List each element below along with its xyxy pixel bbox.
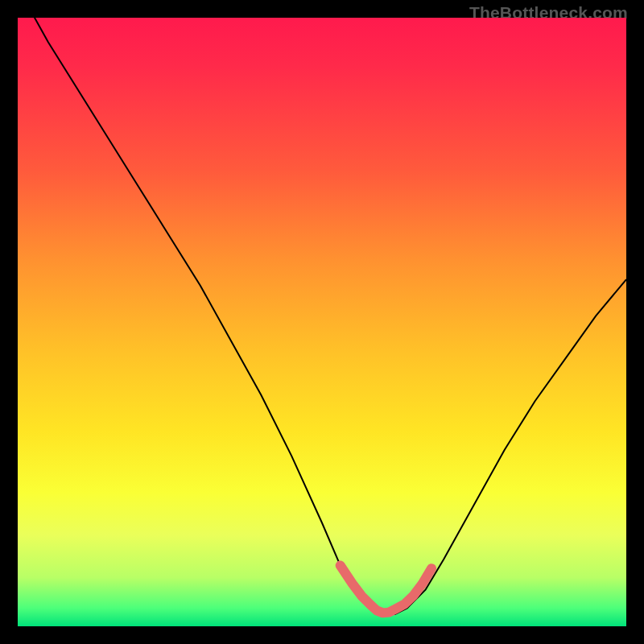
bottleneck-curve-path <box>18 18 626 614</box>
valley-highlight-path <box>341 565 431 613</box>
curves-svg <box>18 18 626 626</box>
chart-stage: TheBottleneck.com <box>0 0 644 644</box>
plot-area <box>18 18 626 626</box>
